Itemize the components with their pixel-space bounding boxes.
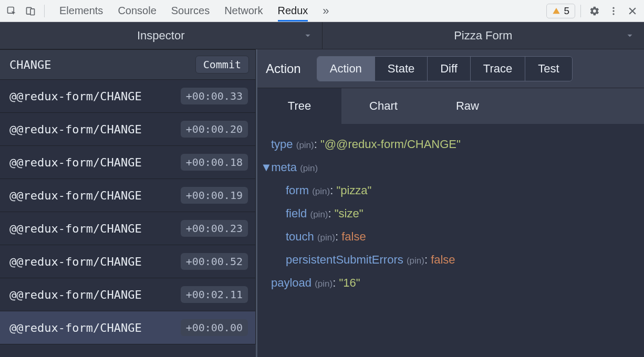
tree-value: "@@redux-form/CHANGE" — [320, 138, 461, 151]
action-row[interactable]: @@redux-form/CHANGE+00:00.52 — [0, 245, 256, 278]
svg-point-3 — [612, 7, 614, 8]
pin-label[interactable]: (pin) — [300, 163, 318, 173]
inspector-tab-bar: Action Action State Diff Trace Test — [257, 49, 644, 88]
close-icon[interactable] — [624, 3, 641, 19]
action-row[interactable]: @@redux-form/CHANGE+00:00.23 — [0, 212, 256, 245]
commit-button[interactable]: Commit — [195, 56, 249, 74]
instance-selector[interactable]: Pizza Form — [323, 22, 645, 49]
inspector-tab-trace[interactable]: Trace — [471, 57, 525, 81]
devtools-toolbar: Elements Console Sources Network Redux »… — [0, 0, 644, 22]
more-menu-icon[interactable] — [605, 3, 622, 19]
action-name: @@redux-form/CHANGE — [9, 123, 142, 136]
tree-key: meta — [271, 161, 297, 174]
tree-key: persistentSubmitErrors — [286, 253, 403, 266]
tabs-overflow-icon[interactable]: » — [323, 0, 329, 22]
action-row[interactable]: @@redux-form/CHANGE+00:00.18 — [0, 146, 256, 179]
action-row[interactable]: @@redux-form/CHANGE+00:00.19 — [0, 179, 256, 212]
action-time-pill: +00:00.33 — [181, 88, 248, 104]
tree-key: payload — [271, 276, 311, 289]
inspector-tab-diff[interactable]: Diff — [428, 57, 471, 81]
tree-row[interactable]: persistentSubmitErrors (pin): false — [261, 249, 639, 272]
view-tabs: Tree Chart Raw — [257, 88, 644, 124]
svg-rect-2 — [30, 8, 35, 15]
tree-value: "16" — [339, 276, 360, 289]
redux-devtools-panel: Inspector Pizza Form Commit @@redux-form… — [0, 22, 644, 357]
action-name: @@redux-form/CHANGE — [9, 288, 142, 301]
device-toolbar-icon[interactable] — [22, 3, 39, 19]
tab-redux[interactable]: Redux — [278, 0, 308, 22]
view-tab-raw[interactable]: Raw — [425, 88, 510, 124]
monitor-selector[interactable]: Inspector — [0, 22, 323, 49]
tree-value: false — [341, 230, 366, 243]
action-tree-view[interactable]: type (pin): "@@redux-form/CHANGE" ▼ meta… — [257, 124, 644, 357]
pin-label[interactable]: (pin) — [312, 186, 330, 196]
action-row[interactable]: @@redux-form/CHANGE+00:00.33 — [0, 80, 256, 113]
tree-value: false — [431, 253, 455, 266]
action-name: @@redux-form/CHANGE — [9, 255, 142, 268]
action-time-pill: +00:00.23 — [181, 220, 248, 237]
action-history-pane: Commit @@redux-form/CHANGE+00:00.33@@red… — [0, 49, 257, 357]
action-list[interactable]: @@redux-form/CHANGE+00:00.33@@redux-form… — [0, 80, 256, 357]
inspect-element-icon[interactable] — [3, 3, 20, 19]
action-time-pill: +00:00.20 — [181, 121, 248, 138]
tree-key: field — [286, 207, 307, 220]
tree-row-payload[interactable]: payload (pin): "16" — [261, 272, 639, 295]
action-row[interactable]: @@redux-form/CHANGE+00:00.00 — [0, 311, 256, 344]
pin-label[interactable]: (pin) — [407, 256, 424, 266]
chevron-down-icon — [625, 31, 635, 40]
action-name: @@redux-form/CHANGE — [9, 189, 142, 202]
tree-row[interactable]: touch (pin): false — [261, 226, 639, 249]
tree-row[interactable]: form (pin): "pizza" — [261, 180, 639, 203]
action-time-pill: +00:02.11 — [181, 286, 248, 303]
inspector-tabs: Action State Diff Trace Test — [317, 56, 573, 81]
pin-label[interactable]: (pin) — [315, 279, 333, 289]
redux-header: Inspector Pizza Form — [0, 22, 644, 49]
action-row[interactable]: @@redux-form/CHANGE+00:02.11 — [0, 278, 256, 311]
tree-key: form — [286, 184, 309, 197]
toolbar-separator — [44, 5, 45, 17]
svg-point-4 — [612, 10, 614, 12]
pin-label[interactable]: (pin) — [296, 140, 314, 150]
tree-row-type[interactable]: type (pin): "@@redux-form/CHANGE" — [261, 133, 639, 156]
inspector-section-label: Action — [266, 61, 308, 76]
action-name: @@redux-form/CHANGE — [9, 222, 142, 235]
tree-key: touch — [286, 230, 314, 243]
inspector-tab-action[interactable]: Action — [317, 57, 375, 81]
action-time-pill: +00:00.19 — [181, 187, 248, 204]
tree-row-meta[interactable]: ▼ meta (pin) — [261, 156, 639, 180]
action-name: @@redux-form/CHANGE — [9, 90, 142, 103]
inspector-pane: Action Action State Diff Trace Test Tree… — [257, 49, 644, 357]
svg-point-5 — [612, 13, 614, 15]
instance-label: Pizza Form — [454, 29, 512, 43]
warnings-badge[interactable]: 5 — [546, 4, 575, 18]
settings-icon[interactable] — [586, 3, 603, 19]
action-name: @@redux-form/CHANGE — [9, 321, 142, 334]
action-time-pill: +00:00.52 — [181, 253, 248, 270]
tab-sources[interactable]: Sources — [171, 0, 210, 22]
monitor-label: Inspector — [137, 29, 185, 43]
tab-network[interactable]: Network — [224, 0, 263, 22]
action-name: @@redux-form/CHANGE — [9, 156, 142, 169]
tree-value: "size" — [335, 207, 363, 220]
tree-key: type — [271, 138, 293, 151]
toolbar-separator — [580, 5, 581, 17]
caret-down-icon[interactable]: ▼ — [261, 156, 268, 178]
tab-elements[interactable]: Elements — [59, 0, 103, 22]
view-tab-tree[interactable]: Tree — [257, 88, 341, 124]
chevron-down-icon — [303, 31, 313, 40]
pin-label[interactable]: (pin) — [310, 209, 328, 219]
devtools-tabs: Elements Console Sources Network Redux » — [50, 0, 329, 22]
action-row[interactable]: @@redux-form/CHANGE+00:00.20 — [0, 113, 256, 146]
view-tab-chart[interactable]: Chart — [341, 88, 425, 124]
pin-label[interactable]: (pin) — [317, 233, 335, 243]
warnings-count: 5 — [564, 5, 569, 17]
tree-row[interactable]: field (pin): "size" — [261, 203, 639, 226]
action-filter-input[interactable] — [9, 58, 190, 71]
action-time-pill: +00:00.18 — [181, 154, 248, 171]
tab-console[interactable]: Console — [118, 0, 156, 22]
inspector-tab-test[interactable]: Test — [525, 57, 572, 81]
tree-value: "pizza" — [336, 184, 371, 197]
inspector-tab-state[interactable]: State — [375, 57, 428, 81]
action-time-pill: +00:00.00 — [181, 319, 248, 336]
filter-row: Commit — [0, 49, 256, 80]
